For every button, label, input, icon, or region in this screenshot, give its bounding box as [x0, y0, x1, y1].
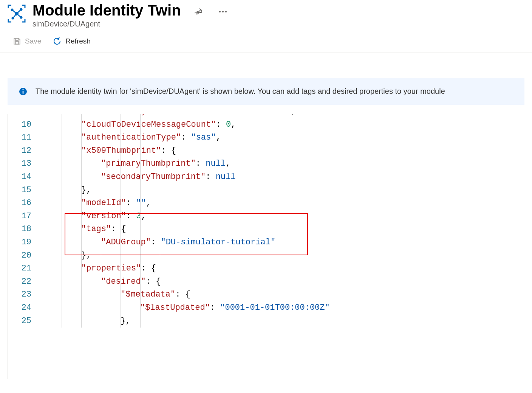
svg-rect-13 — [15, 42, 19, 44]
page-title: Module Identity Twin — [32, 2, 181, 19]
code-line[interactable]: "modelId": "", — [42, 197, 532, 210]
line-number: 23 — [8, 288, 31, 301]
code-line[interactable]: "authenticationType": "sas", — [42, 131, 532, 144]
line-number: 18 — [8, 223, 31, 236]
line-number: 9 — [8, 114, 31, 118]
svg-point-16 — [22, 89, 23, 90]
svg-line-8 — [17, 14, 21, 17]
line-number: 25 — [8, 315, 31, 328]
save-button[interactable]: Save — [11, 36, 43, 47]
svg-point-10 — [222, 11, 224, 12]
more-button[interactable] — [217, 8, 229, 15]
code-line[interactable]: "cloudToDeviceMessageCount": 0, — [42, 118, 532, 132]
svg-rect-12 — [15, 38, 19, 40]
line-number: 19 — [8, 236, 31, 249]
code-line[interactable]: "secondaryThumbprint": null — [42, 171, 532, 184]
code-line[interactable]: "lastActivityTime": "0001-01-01T00:00:00… — [42, 114, 532, 118]
info-text: The module identity twin for 'simDevice/… — [36, 87, 445, 96]
line-number: 14 — [8, 171, 31, 184]
code-line[interactable]: }, — [42, 184, 532, 197]
line-gutter: 910111213141516171819202122232425 — [8, 114, 42, 328]
code-line[interactable]: "primaryThumbprint": null, — [42, 157, 532, 171]
code-line[interactable]: "desired": { — [42, 275, 532, 289]
save-icon — [13, 37, 21, 45]
line-number: 10 — [8, 118, 31, 132]
line-number: 16 — [8, 197, 31, 210]
code-line[interactable]: "$metadata": { — [42, 288, 532, 301]
code-line[interactable]: "x509Thumbprint": { — [42, 144, 532, 158]
line-number: 15 — [8, 184, 31, 197]
line-number: 17 — [8, 210, 31, 223]
code-line[interactable]: "$lastUpdated": "0001-01-01T00:00:00Z" — [42, 301, 532, 315]
line-number: 24 — [8, 301, 31, 315]
info-banner: The module identity twin for 'simDevice/… — [8, 78, 524, 105]
command-toolbar: Save Refresh — [0, 28, 532, 53]
module-graph-icon — [8, 5, 26, 23]
code-area[interactable]: "lastActivityTime": "0001-01-01T00:00:00… — [42, 114, 532, 328]
page-header: Module Identity Twin — [0, 0, 532, 28]
svg-line-5 — [12, 10, 17, 14]
line-number: 12 — [8, 144, 31, 158]
code-line[interactable]: }, — [42, 249, 532, 263]
svg-rect-15 — [23, 91, 24, 94]
svg-point-9 — [219, 11, 221, 12]
line-number: 11 — [8, 131, 31, 144]
refresh-label: Refresh — [65, 37, 91, 45]
line-number: 13 — [8, 157, 31, 171]
pin-icon — [195, 8, 203, 16]
code-line[interactable]: "tags": { — [42, 223, 532, 236]
line-number: 20 — [8, 249, 31, 263]
info-icon — [19, 87, 27, 96]
svg-point-11 — [225, 11, 227, 12]
code-line[interactable]: }, — [42, 315, 532, 328]
svg-line-6 — [17, 9, 21, 14]
breadcrumb: simDevice/DUAgent — [32, 20, 229, 28]
ellipsis-icon — [219, 11, 227, 13]
json-editor[interactable]: 910111213141516171819202122232425 "lastA… — [8, 114, 532, 379]
code-line[interactable]: "version": 3, — [42, 210, 532, 223]
line-number: 22 — [8, 275, 31, 289]
pin-button[interactable] — [192, 5, 205, 18]
code-line[interactable]: "properties": { — [42, 262, 532, 275]
code-line[interactable]: "ADUGroup": "DU-simulator-tutorial" — [42, 236, 532, 249]
save-label: Save — [25, 37, 41, 45]
refresh-button[interactable]: Refresh — [51, 35, 92, 47]
line-number: 21 — [8, 262, 31, 275]
svg-line-7 — [13, 14, 17, 18]
refresh-icon — [53, 37, 62, 46]
